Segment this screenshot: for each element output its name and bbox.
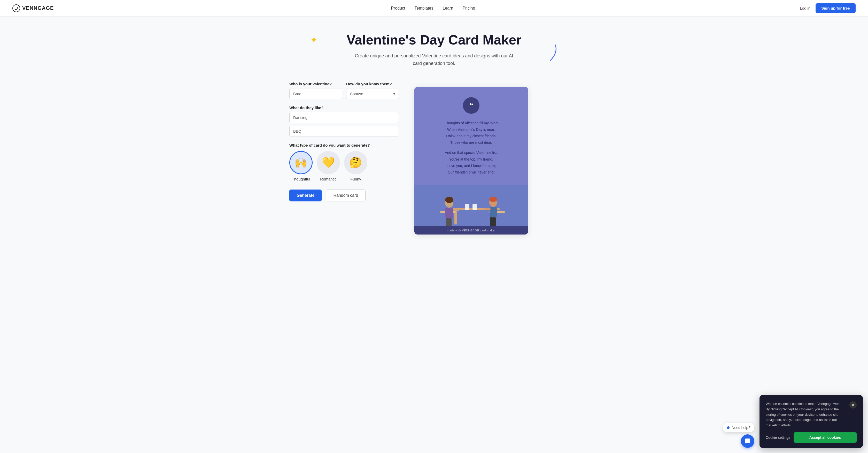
logo[interactable]: VENNGAGE	[12, 4, 54, 12]
poem-text: Thoughts of affection fill my mindWhen V…	[444, 120, 498, 176]
card-outer: ❝ Thoughts of affection fill my mindWhen…	[414, 87, 528, 235]
random-button[interactable]: Random card	[326, 190, 366, 201]
login-button[interactable]: Log in	[800, 6, 810, 10]
like2-input[interactable]	[289, 126, 399, 137]
svg-rect-8	[445, 208, 453, 218]
likes-label: What do they like?	[289, 106, 399, 110]
card-illustration	[414, 185, 528, 226]
card-type-label: What type of card do you want to generat…	[289, 143, 399, 147]
hero-subtitle: Create unique and personalized Valentine…	[354, 52, 514, 67]
card-type-section: What type of card do you want to generat…	[289, 143, 399, 181]
know-label: How do you know them?	[346, 82, 399, 86]
logo-icon	[12, 4, 20, 12]
action-buttons: Generate Random card	[289, 190, 399, 201]
valentine-group: Who is your valentine?	[289, 82, 342, 99]
card-preview-area: ❝ Thoughts of affection fill my mindWhen…	[414, 82, 579, 235]
svg-rect-11	[453, 209, 459, 211]
sparkle-icon: ✦	[310, 35, 318, 46]
nav-learn[interactable]: Learn	[442, 6, 453, 10]
svg-rect-10	[449, 218, 452, 226]
svg-rect-15	[490, 217, 493, 226]
content-grid: Who is your valentine? How do you know t…	[289, 82, 579, 235]
main-content: ✦ Valentine's Day Card Maker Create uniq…	[279, 17, 589, 255]
romantic-label: Romantic	[320, 177, 336, 181]
form-top-row: Who is your valentine? How do you know t…	[289, 82, 399, 99]
know-select[interactable]: Spouse Partner Friend Family Colleague	[346, 88, 399, 99]
card-type-thoughtful[interactable]: 🙌 Thoughtful	[289, 151, 313, 181]
thoughtful-circle: 🙌	[289, 151, 313, 174]
page-title: Valentine's Day Card Maker	[289, 32, 579, 48]
svg-point-13	[489, 197, 497, 202]
valentine-label: Who is your valentine?	[289, 82, 342, 86]
hero-section: ✦ Valentine's Day Card Maker Create uniq…	[289, 32, 579, 67]
card-type-romantic[interactable]: 💛 Romantic	[317, 151, 340, 181]
curve-decoration	[548, 43, 563, 63]
card-poem: ❝ Thoughts of affection fill my mindWhen…	[414, 87, 528, 185]
signup-button[interactable]: Sign up for free	[815, 3, 856, 13]
nav-product[interactable]: Product	[391, 6, 405, 10]
thoughtful-label: Thoughtful	[292, 177, 310, 181]
svg-rect-19	[472, 204, 477, 210]
know-group: How do you know them? Spouse Partner Fri…	[346, 82, 399, 99]
poem-stanza2: And on that special Valentine list,You'r…	[444, 149, 498, 175]
svg-rect-16	[493, 217, 496, 226]
nav-pricing[interactable]: Pricing	[462, 6, 475, 10]
svg-rect-17	[485, 208, 491, 210]
romantic-circle: 💛	[317, 151, 340, 174]
poem-stanza1: Thoughts of affection fill my mindWhen V…	[444, 120, 498, 146]
illustration-svg	[414, 185, 528, 226]
funny-label: Funny	[350, 177, 361, 181]
like1-input[interactable]	[289, 112, 399, 123]
svg-point-7	[445, 197, 454, 203]
nav-actions: Log in Sign up for free	[800, 3, 856, 13]
svg-rect-18	[465, 204, 469, 210]
quote-icon: ❝	[463, 97, 479, 114]
card-footer: made with VENNGAGE card maker	[414, 226, 528, 234]
nav-links: Product Templates Learn Pricing	[66, 6, 800, 10]
know-select-wrapper: Spouse Partner Friend Family Colleague ▾	[346, 88, 399, 99]
nav-templates[interactable]: Templates	[414, 6, 433, 10]
svg-rect-9	[446, 218, 449, 226]
card-type-funny[interactable]: 🤔 Funny	[344, 151, 367, 181]
footer-text: made with VENNGAGE card maker	[447, 229, 495, 232]
logo-text: VENNGAGE	[22, 5, 54, 11]
card-type-options: 🙌 Thoughtful 💛 Romantic 🤔 Funny	[289, 151, 399, 181]
likes-group: What do they like?	[289, 106, 399, 137]
generate-button[interactable]: Generate	[289, 190, 322, 201]
navbar: VENNGAGE Product Templates Learn Pricing…	[0, 0, 868, 17]
likes-inputs	[289, 112, 399, 137]
funny-circle: 🤔	[344, 151, 367, 174]
form-section: Who is your valentine? How do you know t…	[289, 82, 399, 201]
valentine-input[interactable]	[289, 88, 342, 99]
svg-rect-14	[490, 207, 497, 217]
svg-rect-0	[414, 185, 528, 226]
